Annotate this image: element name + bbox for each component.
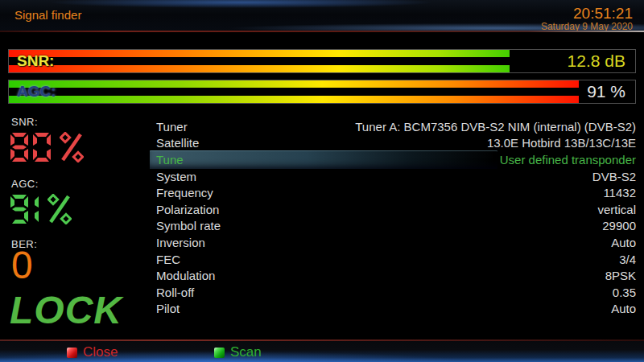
row-value: 3/4 [619, 253, 636, 266]
row-label: Symbol rate [156, 219, 221, 232]
percent-glyph [60, 132, 84, 162]
table-row: SystemDVB-S2 [156, 168, 636, 185]
seven-segment-digit [10, 132, 29, 162]
close-button[interactable]: Close [67, 344, 118, 360]
table-row: Modulation8PSK [156, 267, 636, 284]
date: Saturday 9 May 2020 [541, 21, 633, 32]
snr-bar: SNR: 12.8 dB [8, 49, 636, 73]
row-label: System [156, 170, 196, 183]
row-value: 0.35 [613, 286, 636, 299]
agc-bar-label: AGC: [17, 83, 56, 101]
seven-segment-digit [32, 194, 39, 224]
row-value: 13.0E Hotbird 13B/13C/13E [487, 136, 636, 150]
row-value: 29900 [602, 219, 636, 232]
row-label: Tuner [156, 120, 188, 134]
seven-segment-digit [32, 132, 52, 162]
row-label: Roll-off [156, 286, 194, 299]
green-key-icon [214, 348, 225, 358]
red-key-icon [67, 348, 77, 358]
percent-glyph [47, 194, 72, 224]
row-value: Tuner A: BCM7356 DVB-S2 NIM (internal) (… [355, 120, 636, 134]
table-row: Polarizationvertical [156, 201, 636, 218]
row-value: 11432 [603, 186, 636, 200]
page-title: Signal finder [14, 8, 81, 22]
row-label: Inversion [156, 236, 205, 249]
row-label: FEC [156, 253, 180, 266]
snr-bar-label: SNR: [17, 52, 54, 70]
selection-highlight [150, 150, 497, 169]
row-label: Polarization [156, 203, 219, 216]
table-row: TuneUser defined transponder [156, 151, 636, 168]
row-label: Tune [156, 153, 184, 167]
ber-value: 0 [11, 246, 33, 285]
table-row: Symbol rate29900 [156, 218, 636, 235]
close-button-label: Close [83, 344, 118, 360]
clock: 20:51:21 [573, 5, 633, 23]
table-row: PilotAuto [156, 301, 636, 318]
snr-readout-label: SNR: [11, 116, 38, 128]
agc-bar: AGC: 91 % [8, 80, 636, 104]
signal-finder-window: Signal finder 20:51:21 Saturday 9 May 20… [0, 0, 644, 362]
table-row: Frequency11432 [156, 184, 636, 201]
agc-bar-midline [9, 88, 635, 96]
row-value: DVB-S2 [592, 170, 636, 183]
snr-seven-segment-value [10, 132, 87, 162]
agc-seven-segment-value [10, 194, 75, 224]
row-value: Auto [611, 236, 636, 249]
table-row: Roll-off0.35 [156, 284, 636, 301]
lock-status: LOCK [10, 291, 122, 330]
row-label: Modulation [156, 269, 215, 282]
table-row: TunerTuner A: BCM7356 DVB-S2 NIM (intern… [156, 118, 636, 135]
row-label: Satellite [156, 136, 199, 150]
tuning-table: TunerTuner A: BCM7356 DVB-S2 NIM (intern… [156, 118, 636, 317]
agc-readout-label: AGC: [11, 178, 39, 190]
agc-bar-value: 91 % [587, 82, 625, 101]
row-value: 8PSK [605, 269, 636, 282]
seven-segment-digit [10, 194, 29, 224]
row-value: User defined transponder [500, 153, 636, 167]
table-row: Satellite13.0E Hotbird 13B/13C/13E [156, 135, 636, 152]
row-value: Auto [611, 302, 636, 315]
row-label: Frequency [156, 186, 213, 200]
snr-bar-midline [9, 57, 635, 65]
scan-button-label: Scan [230, 344, 262, 360]
table-row: InversionAuto [156, 234, 636, 251]
row-label: Pilot [156, 302, 180, 315]
scan-button[interactable]: Scan [214, 344, 262, 360]
row-value: vertical [597, 203, 636, 216]
title-bar: Signal finder 20:51:21 Saturday 9 May 20… [0, 0, 644, 32]
snr-bar-value: 12.8 dB [568, 51, 625, 71]
table-row: FEC3/4 [156, 251, 636, 268]
